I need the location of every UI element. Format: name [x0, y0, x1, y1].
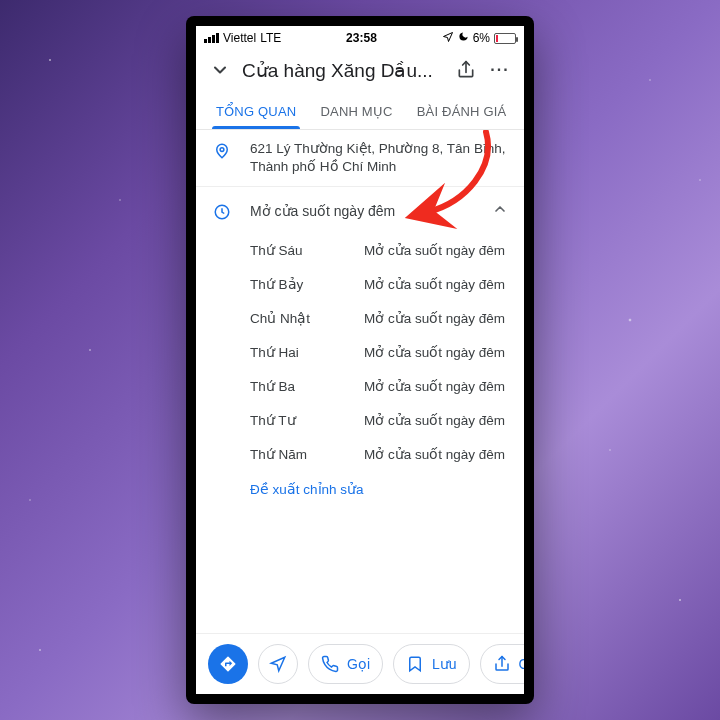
clock-icon: [212, 203, 232, 221]
hours-summary: Mở cửa suốt ngày đêm: [250, 203, 474, 219]
hours-row: Thứ HaiMở cửa suốt ngày đêm: [250, 335, 508, 369]
moon-icon: [458, 31, 469, 45]
directions-button[interactable]: [208, 644, 248, 684]
hours-row: Chủ NhậtMở cửa suốt ngày đêm: [250, 301, 508, 335]
hours-row: Thứ NămMở cửa suốt ngày đêm: [250, 437, 508, 471]
call-button[interactable]: Gọi: [308, 644, 383, 684]
hours-row: Thứ BaMở cửa suốt ngày đêm: [250, 369, 508, 403]
signal-icon: [204, 33, 219, 43]
tab-reviews[interactable]: BÀI ĐÁNH GIÁ: [405, 94, 519, 129]
address-row[interactable]: 621 Lý Thường Kiệt, Phường 8, Tân Bình, …: [196, 130, 524, 186]
battery-percent: 6%: [473, 31, 490, 45]
status-bar: Viettel LTE 23:58 6%: [196, 26, 524, 48]
save-label: Lưu: [432, 656, 457, 672]
share-label: Chia sẻ: [519, 656, 524, 672]
share-pill-button[interactable]: Chia sẻ: [480, 644, 524, 684]
clock: 23:58: [346, 31, 377, 45]
battery-icon: [494, 33, 516, 44]
hours-row: Thứ BảyMở cửa suốt ngày đêm: [250, 267, 508, 301]
network-label: LTE: [260, 31, 281, 45]
tabs: TỔNG QUAN DANH MỤC BÀI ĐÁNH GIÁ: [196, 94, 524, 130]
address-text: 621 Lý Thường Kiệt, Phường 8, Tân Bình, …: [250, 140, 508, 176]
phone-frame: Viettel LTE 23:58 6% Cửa hàng Xăng Dầu..…: [186, 16, 534, 704]
screen: Viettel LTE 23:58 6% Cửa hàng Xăng Dầu..…: [196, 26, 524, 694]
tab-menu[interactable]: DANH MỤC: [308, 94, 404, 129]
hours-list: Thứ SáuMở cửa suốt ngày đêm Thứ BảyMở cử…: [196, 233, 524, 471]
chevron-up-icon: [492, 201, 508, 221]
hours-row: Thứ TưMở cửa suốt ngày đêm: [250, 403, 508, 437]
svg-point-1: [220, 148, 224, 152]
call-label: Gọi: [347, 656, 370, 672]
carrier-label: Viettel: [223, 31, 256, 45]
share-button[interactable]: [454, 58, 478, 82]
action-bar: Gọi Lưu Chia sẻ: [196, 633, 524, 694]
map-pin-icon: [212, 142, 232, 160]
place-header: Cửa hàng Xăng Dầu... ···: [196, 48, 524, 94]
location-arrow-icon: [442, 31, 454, 46]
page-title: Cửa hàng Xăng Dầu...: [242, 59, 444, 82]
hours-toggle[interactable]: Mở cửa suốt ngày đêm: [196, 186, 524, 233]
hours-row: Thứ SáuMở cửa suốt ngày đêm: [250, 233, 508, 267]
content: 621 Lý Thường Kiệt, Phường 8, Tân Bình, …: [196, 130, 524, 694]
save-button[interactable]: Lưu: [393, 644, 470, 684]
suggest-edit-link[interactable]: Đề xuất chỉnh sửa: [196, 471, 524, 507]
start-button[interactable]: [258, 644, 298, 684]
collapse-button[interactable]: [208, 58, 232, 82]
tab-overview[interactable]: TỔNG QUAN: [204, 94, 308, 129]
more-button[interactable]: ···: [488, 58, 512, 82]
